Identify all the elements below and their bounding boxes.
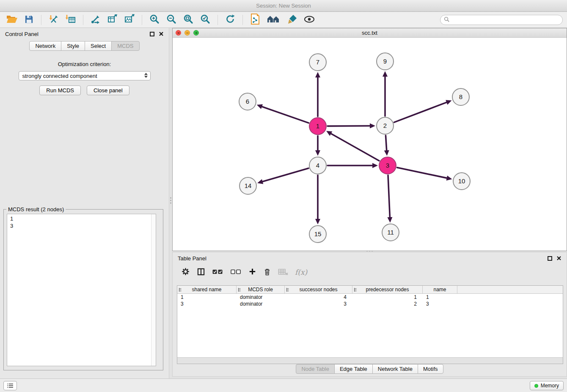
float-panel-icon[interactable] [150,32,154,36]
toggle-visibility-button[interactable] [301,13,318,27]
tab-network[interactable]: Network [29,41,61,51]
graph-edge-3-11[interactable] [388,175,390,219]
close-panel-icon[interactable] [159,31,164,36]
eye-icon [304,16,315,24]
network-document-button[interactable] [247,13,264,27]
zoom-fit-button[interactable] [180,13,197,27]
function-builder-button[interactable]: f(x) [295,268,307,276]
graph-edge-arrowhead [315,72,320,77]
style-brush-button[interactable] [284,13,301,27]
network-canvas[interactable]: 7968124314101511 [173,38,567,251]
network-window-titlebar[interactable]: scc.txt [173,28,567,38]
float-table-panel-icon[interactable] [548,256,552,261]
save-session-button[interactable] [20,13,37,27]
tab-node-table[interactable]: Node Table [296,364,335,374]
graph-edge-1-2[interactable] [328,126,372,126]
graph-edge-4-14[interactable] [261,168,308,182]
graph-node-label: 4 [316,162,319,169]
cell-mcds-role[interactable]: dominator [237,301,285,307]
graph-edge-2-3[interactable] [385,135,386,152]
memory-button[interactable]: Memory [530,381,564,390]
import-network-button[interactable] [45,13,62,27]
vertical-splitter[interactable] [170,194,172,207]
tab-network-table[interactable]: Network Table [372,364,418,374]
graph-node-3[interactable]: 3 [379,157,396,174]
graph-node-9[interactable]: 9 [377,53,394,70]
graph-edge-2-8[interactable] [394,102,449,122]
column-header-filler [457,286,563,293]
cell-name[interactable]: 1 [423,294,457,300]
tab-style[interactable]: Style [61,41,85,51]
zoom-out-button[interactable] [163,13,180,27]
graph-edge-3-10[interactable] [397,168,449,179]
table-toolbar: f(x) [173,264,567,280]
home-button[interactable] [264,13,284,27]
cell-shared-name[interactable]: 1 [177,294,237,300]
column-header-mcds-role[interactable]: MCDS role [237,286,285,293]
graph-node-label: 11 [387,229,394,236]
cell-name[interactable]: 3 [423,301,457,307]
tab-mcds[interactable]: MCDS [111,41,139,51]
run-mcds-button[interactable]: Run MCDS [39,86,81,95]
graph-node-2[interactable]: 2 [377,117,394,134]
graph-node-10[interactable]: 10 [453,173,470,190]
close-window-icon[interactable] [176,30,181,36]
tab-select[interactable]: Select [85,41,112,51]
close-table-panel-icon[interactable] [556,256,561,261]
deselect-all-rows-button[interactable] [230,268,242,276]
memory-label: Memory [541,383,559,389]
open-file-button[interactable] [3,13,20,27]
result-scrollbar[interactable] [151,214,156,366]
graph-node-14[interactable]: 14 [239,177,256,194]
zoom-selected-button[interactable] [197,13,214,27]
graph-node-1[interactable]: 1 [309,118,326,135]
floppy-disk-icon [24,14,34,25]
tab-motifs[interactable]: Motifs [418,364,443,374]
column-header-predecessor-nodes[interactable]: predecessor nodes [352,286,423,293]
maximize-window-icon[interactable] [193,30,199,36]
cell-predecessor-nodes[interactable]: 2 [352,301,423,307]
graph-node-4[interactable]: 4 [309,157,326,174]
zoom-in-button[interactable] [146,13,163,27]
graph-node-6[interactable]: 6 [239,93,256,110]
apply-layout-button[interactable] [222,13,239,27]
table-horizontal-scrollbar[interactable] [177,357,563,364]
cell-mcds-role[interactable]: dominator [237,294,285,300]
cell-successor-nodes[interactable]: 4 [285,294,352,300]
table-row[interactable]: 1 dominator 4 1 1 [177,294,563,301]
tab-edge-table[interactable]: Edge Table [334,364,373,374]
minimize-window-icon[interactable] [184,30,190,36]
delete-column-button[interactable] [263,268,271,277]
column-header-shared-name[interactable]: shared name [177,286,237,293]
network-graph[interactable]: 7968124314101511 [173,38,567,251]
export-network-button[interactable] [87,13,104,27]
search-field[interactable] [440,15,563,25]
graph-node-8[interactable]: 8 [452,88,469,105]
export-table-button[interactable] [104,13,121,27]
graph-node-7[interactable]: 7 [309,54,326,71]
select-all-rows-button[interactable] [212,268,223,276]
graph-edge-1-6[interactable] [260,106,308,123]
export-image-button[interactable] [121,13,138,27]
optimization-select[interactable]: strongly connected component [19,71,151,80]
cell-predecessor-nodes[interactable]: 1 [352,294,423,300]
graph-node-label: 2 [383,122,387,129]
column-header-successor-nodes[interactable]: successor nodes [285,286,352,293]
brush-icon [287,14,297,25]
mcds-result-box[interactable]: 1 3 [7,214,156,366]
cell-successor-nodes[interactable]: 3 [285,301,352,307]
graph-node-11[interactable]: 11 [382,224,399,241]
import-table-button[interactable] [62,13,79,27]
search-input[interactable] [451,17,562,23]
show-log-button[interactable] [3,381,17,390]
graph-node-15[interactable]: 15 [309,226,326,243]
graph-edge-3-1[interactable] [330,133,379,161]
cell-shared-name[interactable]: 3 [177,301,237,307]
table-header-row: shared name MCDS role successor nodes pr… [177,286,563,294]
column-header-name[interactable]: name [423,286,457,293]
close-panel-button[interactable]: Close panel [87,86,129,95]
show-columns-button[interactable] [197,268,205,277]
table-row[interactable]: 3 dominator 3 2 3 [177,301,563,307]
table-settings-button[interactable] [181,267,190,277]
add-column-button[interactable] [248,268,256,277]
